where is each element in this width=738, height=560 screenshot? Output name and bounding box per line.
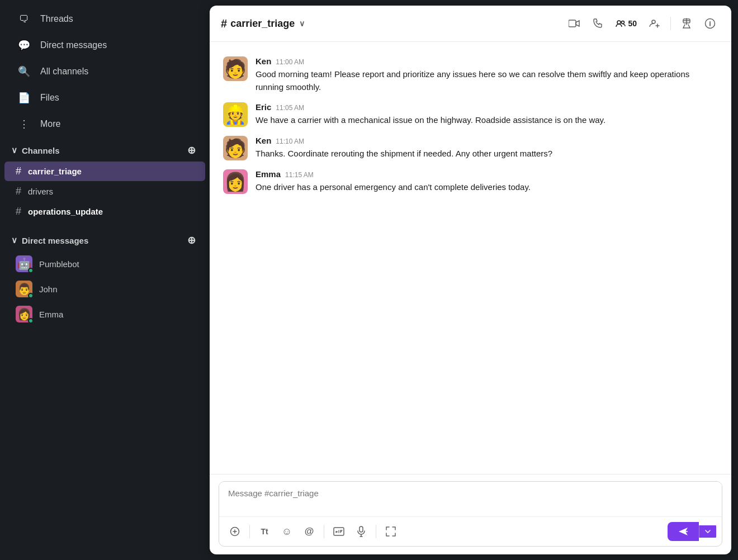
expand-icon <box>386 526 396 537</box>
pin-button[interactable] <box>676 13 697 34</box>
channels-section-label: Channels <box>22 146 60 155</box>
msg-text-msg4: One driver has a personal emergency and … <box>256 181 718 194</box>
channel-item-operations_update[interactable]: # operations_update <box>4 202 205 221</box>
channels-section-header[interactable]: ∨ Channels ⊕ <box>0 137 210 161</box>
send-chevron-icon <box>705 530 711 533</box>
toolbar-divider-2 <box>324 525 324 538</box>
msg-header-msg3: Ken 11:10 AM <box>256 136 718 145</box>
msg-author-msg1: Ken <box>256 56 271 66</box>
sidebar-nav-all_channels[interactable]: 🔍 All channels <box>4 59 205 84</box>
msg-content-msg3: Ken 11:10 AM Thanks. Coordinate reroutin… <box>256 136 718 160</box>
phone-call-button[interactable] <box>588 13 608 34</box>
phone-icon <box>593 18 603 29</box>
msg-author-msg3: Ken <box>256 136 271 145</box>
msg-header-msg2: Eric 11:05 AM <box>256 102 718 112</box>
hash-icon: # <box>16 165 21 177</box>
add-member-button[interactable] <box>645 13 665 34</box>
send-icon <box>678 526 689 537</box>
svg-point-2 <box>622 21 625 24</box>
msg-header-msg4: Emma 11:15 AM <box>256 169 718 179</box>
message-row: 👷 Eric 11:05 AM We have a carrier with a… <box>221 99 720 130</box>
main-panel: # carrier_triage ∨ <box>210 6 731 554</box>
channel-title-area[interactable]: # carrier_triage ∨ <box>221 17 305 30</box>
emoji-icon: ☺ <box>282 526 292 538</box>
msg-avatar-msg3: 🧑 <box>223 136 248 160</box>
gif-button[interactable] <box>329 521 349 542</box>
msg-avatar-msg2: 👷 <box>223 102 248 127</box>
status-dot-emma <box>28 318 34 324</box>
msg-text-msg3: Thanks. Coordinate rerouting the shipmen… <box>256 148 718 160</box>
send-dropdown-button[interactable] <box>699 525 716 538</box>
all_channels-label: All channels <box>40 67 88 77</box>
expand-button[interactable] <box>381 521 401 542</box>
msg-time-msg1: 11:00 AM <box>276 58 304 66</box>
input-area: Tt ☺ @ <box>210 474 731 554</box>
mic-icon <box>357 526 365 537</box>
channel-item-drivers[interactable]: # drivers <box>4 182 205 201</box>
add-attachment-button[interactable] <box>225 521 245 542</box>
threads-icon: 🗨 <box>16 11 32 27</box>
msg-time-msg4: 11:15 AM <box>285 171 314 179</box>
dm-avatar-emma: 👩 <box>16 306 32 322</box>
channel-dropdown-icon[interactable]: ∨ <box>299 19 305 28</box>
gif-icon <box>333 527 344 536</box>
message-row: 🧑 Ken 11:00 AM Good morning team! Please… <box>221 53 720 97</box>
send-button[interactable] <box>668 522 699 541</box>
sidebar-nav-direct_messages[interactable]: 💬 Direct messages <box>4 32 205 58</box>
mic-button[interactable] <box>351 521 371 542</box>
all_channels-icon: 🔍 <box>16 63 32 80</box>
dm-item-john[interactable]: 👨 John <box>4 277 205 301</box>
svg-point-1 <box>617 21 621 24</box>
more-label: More <box>40 119 60 129</box>
dm-item-emma[interactable]: 👩 Emma <box>4 302 205 326</box>
msg-avatar-msg1: 🧑 <box>223 56 248 81</box>
info-button[interactable] <box>700 13 720 34</box>
channel-item-carrier_triage[interactable]: # carrier_triage <box>4 162 205 181</box>
msg-text-msg1: Good morning team! Please report and pri… <box>256 68 718 93</box>
dm-section-label: Direct messages <box>22 236 88 245</box>
msg-text-msg2: We have a carrier with a mechanical issu… <box>256 114 718 127</box>
direct_messages-icon: 💬 <box>16 37 32 54</box>
channel-name: carrier_triage <box>230 18 295 30</box>
mention-button[interactable]: @ <box>299 521 319 542</box>
msg-avatar-msg4: 👩 <box>223 169 248 194</box>
dm-label-emma: Emma <box>39 310 63 319</box>
channel-label-carrier_triage: carrier_triage <box>28 167 82 176</box>
channel-label-operations_update: operations_update <box>28 207 103 216</box>
channels-add-icon[interactable]: ⊕ <box>184 143 198 158</box>
sidebar-nav-threads[interactable]: 🗨 Threads <box>4 6 205 32</box>
members-count-button[interactable]: 50 <box>611 17 641 30</box>
dm-avatar-pumblebot: 🤖 <box>16 255 32 272</box>
emoji-button[interactable]: ☺ <box>277 521 297 542</box>
sidebar-nav-more[interactable]: ⋮ More <box>4 111 205 137</box>
message-input-box: Tt ☺ @ <box>219 481 722 547</box>
video-call-button[interactable] <box>564 13 584 34</box>
status-dot-pumblebot <box>28 268 34 273</box>
text-format-button[interactable]: Tt <box>254 521 275 542</box>
members-icon <box>616 20 626 27</box>
channel-header: # carrier_triage ∨ <box>210 6 731 42</box>
dm-label-pumblebot: Pumblebot <box>39 259 79 269</box>
message-input[interactable] <box>219 482 722 514</box>
add-icon <box>230 526 240 537</box>
hash-icon: # <box>16 186 21 197</box>
msg-header-msg1: Ken 11:00 AM <box>256 56 718 66</box>
direct_messages-label: Direct messages <box>40 40 107 50</box>
header-divider <box>670 17 671 30</box>
msg-time-msg2: 11:05 AM <box>276 104 304 112</box>
video-icon <box>569 20 580 27</box>
dm-section-header[interactable]: ∨ Direct messages ⊕ <box>0 227 210 251</box>
channels-collapse-icon: ∨ <box>11 145 17 155</box>
msg-author-msg4: Emma <box>256 169 281 179</box>
msg-content-msg1: Ken 11:00 AM Good morning team! Please r… <box>256 56 718 93</box>
channel-hash-icon: # <box>221 17 227 30</box>
dm-collapse-icon: ∨ <box>11 235 17 245</box>
dm-label-john: John <box>39 284 58 294</box>
channel-label-drivers: drivers <box>28 187 53 196</box>
dm-item-pumblebot[interactable]: 🤖 Pumblebot <box>4 251 205 276</box>
dm-add-icon[interactable]: ⊕ <box>184 233 198 248</box>
add-member-icon <box>649 19 660 28</box>
sidebar: 🗨 Threads 💬 Direct messages 🔍 All channe… <box>0 0 210 560</box>
toolbar-divider-3 <box>376 525 376 538</box>
sidebar-nav-files[interactable]: 📄 Files <box>4 85 205 111</box>
